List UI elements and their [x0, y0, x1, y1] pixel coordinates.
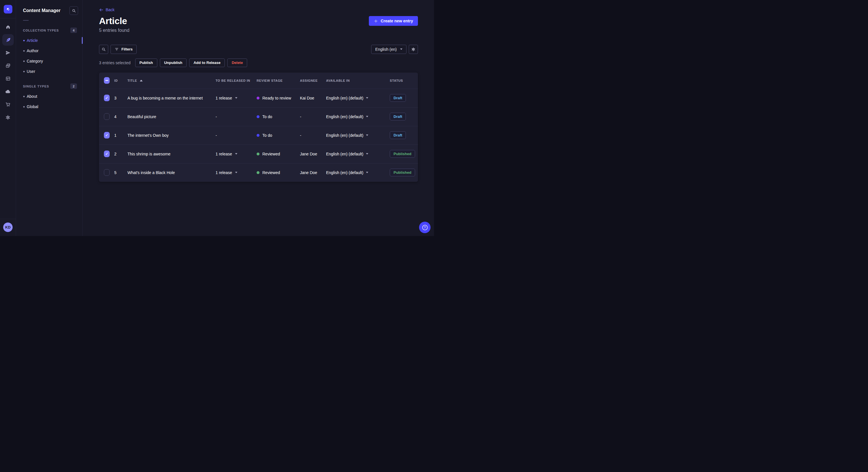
sidebar-item-author[interactable]: Author: [16, 45, 82, 56]
unpublish-button[interactable]: Unpublish: [160, 59, 187, 67]
cell-title[interactable]: This shrimp is awesome: [127, 152, 216, 156]
row-checkbox[interactable]: [104, 132, 110, 138]
status-badge: Draft: [390, 113, 406, 121]
cell-release[interactable]: 1 release: [216, 152, 257, 156]
releases-icon[interactable]: [2, 47, 14, 59]
cell-status: Published: [390, 150, 418, 158]
cell-release[interactable]: -: [216, 133, 257, 138]
cell-available-in[interactable]: English (en) (default): [326, 152, 390, 156]
user-avatar[interactable]: KD: [3, 223, 12, 232]
sidebar-item-global[interactable]: Global: [16, 102, 82, 112]
row-checkbox[interactable]: [104, 113, 110, 120]
help-button[interactable]: ?: [419, 222, 431, 233]
sidebar-divider: [23, 20, 29, 21]
chevron-down-icon: [400, 48, 402, 50]
marketplace-cart-icon[interactable]: [2, 99, 14, 110]
back-link[interactable]: Back: [99, 7, 115, 12]
delete-button[interactable]: Delete: [227, 59, 247, 67]
cell-review-stage: To do: [257, 133, 300, 138]
filters-button[interactable]: Filters: [111, 45, 136, 54]
entries-table: ID TITLE TO BE RELEASED IN REVIEW STAGE …: [99, 72, 418, 182]
view-settings-button[interactable]: [409, 45, 418, 54]
cell-review-stage: Reviewed: [257, 152, 300, 156]
column-header-id: ID: [114, 79, 127, 82]
table-row: 5 What's inside a Black Hole 1 release R…: [99, 163, 418, 182]
status-badge: Published: [390, 169, 415, 176]
cell-release[interactable]: 1 release: [216, 96, 257, 100]
chevron-down-icon: [366, 116, 368, 117]
question-mark-icon: ?: [422, 225, 428, 230]
deploy-cloud-icon[interactable]: [2, 86, 14, 97]
cell-status: Published: [390, 169, 418, 176]
search-icon: [101, 47, 106, 52]
page-title: Article: [99, 16, 127, 26]
cell-available-in[interactable]: English (en) (default): [326, 170, 390, 175]
cell-available-in[interactable]: English (en) (default): [326, 133, 390, 138]
sidebar-title: Content Manager: [23, 8, 61, 13]
row-checkbox[interactable]: [104, 95, 110, 101]
arrow-left-icon: [99, 8, 103, 12]
settings-gear-icon[interactable]: [2, 111, 14, 123]
sidebar-search-button[interactable]: [69, 6, 78, 15]
cell-available-in[interactable]: English (en) (default): [326, 96, 390, 100]
cell-release[interactable]: 1 release: [216, 170, 257, 175]
cell-assignee: -: [300, 133, 326, 138]
sidebar-item-about[interactable]: About: [16, 91, 82, 102]
chevron-down-icon: [366, 97, 368, 99]
chevron-down-icon: [235, 153, 237, 155]
cell-available-in[interactable]: English (en) (default): [326, 114, 390, 119]
cell-id: 5: [114, 170, 127, 175]
chevron-down-icon: [366, 134, 368, 136]
cell-title[interactable]: A bug is becoming a meme on the internet: [127, 96, 216, 100]
chevron-down-icon: [366, 153, 368, 155]
table-row: 4 Beautiful picture - To do - English (e…: [99, 107, 418, 126]
cell-review-stage: Ready to review: [257, 96, 300, 100]
collection-types-section: COLLECTION TYPES 4 Article Author Catego…: [16, 28, 82, 76]
create-new-entry-button[interactable]: Create new entry: [369, 16, 418, 26]
content-manager-icon[interactable]: [2, 34, 14, 45]
cell-assignee: -: [300, 114, 326, 119]
content-type-builder-icon[interactable]: [2, 73, 14, 84]
column-header-available-in: AVAILABLE IN: [326, 79, 390, 82]
cell-status: Draft: [390, 94, 418, 102]
stage-dot: [257, 171, 259, 174]
search-entries-button[interactable]: [99, 45, 108, 54]
section-label: SINGLE TYPES: [23, 85, 49, 88]
cell-status: Draft: [390, 131, 418, 139]
home-icon[interactable]: [2, 21, 14, 33]
section-count-badge: 2: [70, 83, 77, 89]
section-count-badge: 4: [70, 28, 77, 33]
nav-rail: KD: [0, 0, 16, 236]
stage-dot: [257, 153, 259, 156]
chevron-down-icon: [235, 172, 237, 173]
column-header-review-stage: REVIEW STAGE: [257, 79, 300, 82]
table-header-row: ID TITLE TO BE RELEASED IN REVIEW STAGE …: [99, 72, 418, 89]
rail-logo-area: [0, 0, 16, 19]
select-all-checkbox[interactable]: [104, 77, 110, 84]
sidebar-item-user[interactable]: User: [16, 66, 82, 76]
media-library-icon[interactable]: [2, 60, 14, 71]
row-checkbox[interactable]: [104, 150, 110, 157]
cell-release[interactable]: -: [216, 114, 257, 119]
app-window: KD Content Manager COLLECTION TYPES 4 Ar…: [0, 0, 434, 236]
stage-dot: [257, 134, 259, 137]
locale-select[interactable]: English (en): [371, 45, 406, 54]
row-checkbox[interactable]: [104, 169, 110, 176]
cell-title[interactable]: Beautiful picture: [127, 114, 216, 119]
stage-dot: [257, 115, 259, 118]
publish-button[interactable]: Publish: [135, 59, 157, 67]
gear-icon: [411, 47, 415, 52]
sidebar-item-category[interactable]: Category: [16, 56, 82, 66]
sidebar-item-article[interactable]: Article: [16, 35, 82, 45]
cell-title[interactable]: What's inside a Black Hole: [127, 170, 216, 175]
column-header-status: STATUS: [390, 79, 418, 82]
filter-icon: [115, 47, 119, 51]
strapi-logo-icon[interactable]: [4, 5, 12, 13]
rail-footer: KD: [0, 219, 16, 236]
sort-ascending-icon: [140, 80, 143, 81]
column-header-title[interactable]: TITLE: [127, 79, 216, 82]
column-header-release: TO BE RELEASED IN: [216, 79, 257, 82]
content-manager-sidebar: Content Manager COLLECTION TYPES 4 Artic…: [16, 0, 83, 236]
cell-title[interactable]: The internet's Own boy: [127, 133, 216, 138]
add-to-release-button[interactable]: Add to Release: [189, 59, 225, 67]
